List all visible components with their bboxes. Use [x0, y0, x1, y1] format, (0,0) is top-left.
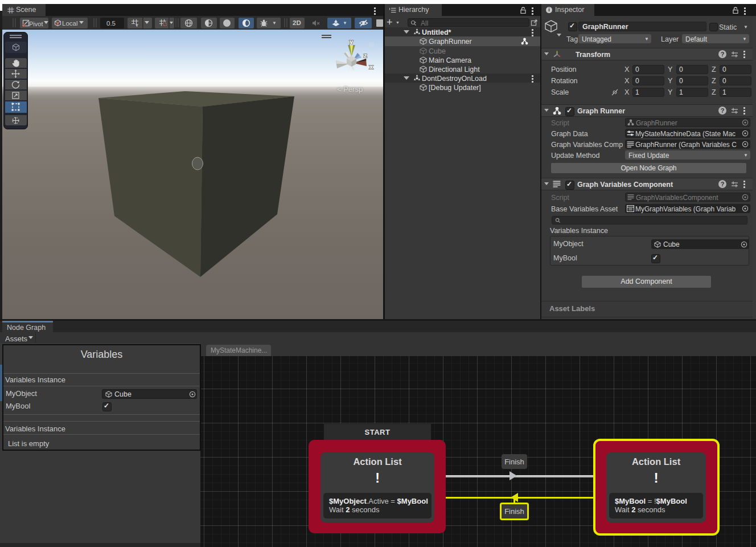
- svg-text:z: z: [364, 52, 367, 59]
- svg-text:y: y: [350, 38, 354, 45]
- svg-text:x: x: [369, 63, 373, 70]
- svg-text:Y: Y: [135, 23, 138, 27]
